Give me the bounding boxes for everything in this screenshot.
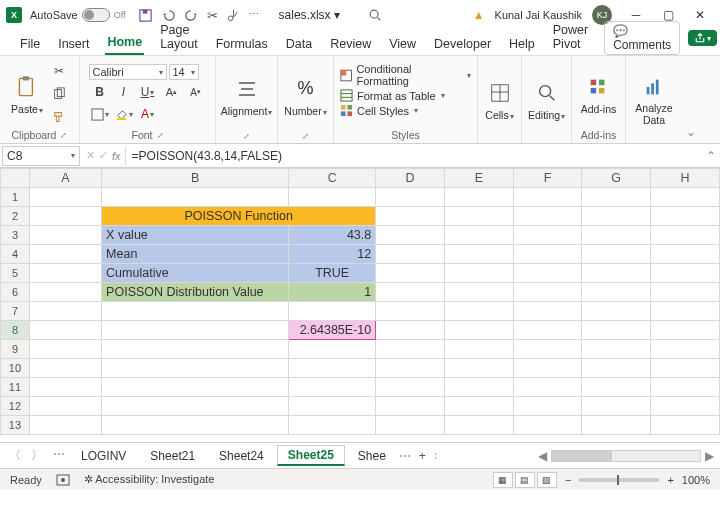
tab-review[interactable]: Review bbox=[328, 37, 373, 55]
touch-icon[interactable] bbox=[226, 8, 241, 23]
cancel-formula-icon[interactable]: ✕ bbox=[86, 149, 95, 162]
sheet-tab[interactable]: LOGINV bbox=[70, 446, 137, 466]
user-name[interactable]: Kunal Jai Kaushik bbox=[495, 9, 582, 21]
fill-color-button[interactable]: ▾ bbox=[113, 104, 135, 124]
more-commands-icon[interactable]: ⋯ bbox=[249, 8, 259, 23]
col-header-d[interactable]: D bbox=[376, 169, 445, 188]
more-tabs-icon[interactable]: ⋯ bbox=[399, 449, 411, 463]
row-header[interactable]: 8 bbox=[1, 321, 30, 340]
font-color-button[interactable]: A▾ bbox=[137, 104, 159, 124]
cell[interactable]: 43.8 bbox=[289, 226, 376, 245]
row-header[interactable]: 1 bbox=[1, 188, 30, 207]
cell[interactable]: TRUE bbox=[289, 264, 376, 283]
active-cell[interactable]: 2.64385E-10 bbox=[289, 321, 376, 340]
font-expand-icon[interactable]: ⤢ bbox=[157, 131, 164, 140]
normal-view-button[interactable]: ▦ bbox=[493, 472, 513, 488]
cell[interactable]: POISSON Function bbox=[102, 207, 376, 226]
collapse-ribbon-icon[interactable]: ⌄ bbox=[682, 56, 700, 143]
zoom-level[interactable]: 100% bbox=[682, 474, 710, 486]
worksheet-grid[interactable]: A B C D E F G H 1 2POISSON Function 3X v… bbox=[0, 168, 720, 442]
cut-button[interactable]: ✂ bbox=[48, 61, 70, 81]
row-header[interactable]: 3 bbox=[1, 226, 30, 245]
analyze-data-button[interactable]: Analyze Data bbox=[632, 71, 676, 128]
row-header[interactable]: 10 bbox=[1, 359, 30, 378]
copy-button[interactable] bbox=[48, 84, 70, 104]
col-header-a[interactable]: A bbox=[29, 169, 101, 188]
font-name-combo[interactable]: Calibri▾ bbox=[89, 64, 167, 80]
paste-button[interactable]: Paste▾ bbox=[9, 71, 45, 117]
italic-button[interactable]: I bbox=[113, 82, 135, 102]
toggle-icon[interactable] bbox=[82, 8, 110, 22]
cell-styles-button[interactable]: Cell Styles▾ bbox=[340, 104, 418, 117]
row-header[interactable]: 7 bbox=[1, 302, 30, 321]
cell[interactable]: Cumulative bbox=[102, 264, 289, 283]
select-all-corner[interactable] bbox=[1, 169, 30, 188]
redo-icon[interactable] bbox=[184, 8, 199, 23]
zoom-in-button[interactable]: + bbox=[667, 474, 673, 486]
cells-button[interactable]: Cells▾ bbox=[483, 77, 515, 123]
decrease-font-icon[interactable]: A▾ bbox=[185, 82, 207, 102]
tab-nav-prev-icon[interactable]: 〈 bbox=[6, 447, 24, 464]
zoom-slider[interactable] bbox=[579, 478, 659, 482]
col-header-g[interactable]: G bbox=[582, 169, 651, 188]
filename[interactable]: sales.xlsx ▾ bbox=[279, 8, 340, 22]
row-header[interactable]: 13 bbox=[1, 416, 30, 435]
row-header[interactable]: 9 bbox=[1, 340, 30, 359]
row-header[interactable]: 11 bbox=[1, 378, 30, 397]
tab-file[interactable]: File bbox=[18, 37, 42, 55]
enter-formula-icon[interactable]: ✓ bbox=[99, 149, 108, 162]
increase-font-icon[interactable]: A▴ bbox=[161, 82, 183, 102]
row-header[interactable]: 4 bbox=[1, 245, 30, 264]
macro-record-icon[interactable] bbox=[56, 473, 70, 487]
tab-help[interactable]: Help bbox=[507, 37, 537, 55]
cell[interactable]: POISSON Distribution Value bbox=[102, 283, 289, 302]
save-icon[interactable] bbox=[138, 8, 153, 23]
tab-insert[interactable]: Insert bbox=[56, 37, 91, 55]
number-expand-icon[interactable]: ⤢ bbox=[302, 132, 309, 141]
clipboard-expand-icon[interactable]: ⤢ bbox=[60, 131, 67, 140]
bold-button[interactable]: B bbox=[89, 82, 111, 102]
tab-view[interactable]: View bbox=[387, 37, 418, 55]
formula-input[interactable]: =POISSON(43.8,14,FALSE) bbox=[126, 149, 702, 163]
underline-button[interactable]: U▾ bbox=[137, 82, 159, 102]
row-header[interactable]: 2 bbox=[1, 207, 30, 226]
format-as-table-button[interactable]: Format as Table▾ bbox=[340, 89, 445, 102]
border-button[interactable]: ▾ bbox=[89, 104, 111, 124]
undo-icon[interactable] bbox=[161, 8, 176, 23]
tab-home[interactable]: Home bbox=[105, 35, 144, 55]
zoom-out-button[interactable]: − bbox=[565, 474, 571, 486]
sheet-tab-active[interactable]: Sheet25 bbox=[277, 445, 345, 466]
alignment-expand-icon[interactable]: ⤢ bbox=[243, 132, 250, 141]
tab-nav-more-icon[interactable]: ⋯ bbox=[50, 447, 68, 464]
accessibility-status[interactable]: ✲ Accessibility: Investigate bbox=[84, 473, 215, 486]
name-box[interactable]: C8▾ bbox=[2, 146, 80, 166]
page-layout-view-button[interactable]: ▤ bbox=[515, 472, 535, 488]
cell[interactable]: 12 bbox=[289, 245, 376, 264]
font-size-combo[interactable]: 14▾ bbox=[169, 64, 199, 80]
format-painter-button[interactable] bbox=[48, 107, 70, 127]
col-header-c[interactable]: C bbox=[289, 169, 376, 188]
tab-formulas[interactable]: Formulas bbox=[214, 37, 270, 55]
cut-icon[interactable]: ✂ bbox=[207, 8, 218, 23]
col-header-e[interactable]: E bbox=[445, 169, 514, 188]
col-header-b[interactable]: B bbox=[102, 169, 289, 188]
sheet-tab[interactable]: Shee bbox=[347, 446, 397, 466]
tab-page-layout[interactable]: Page Layout bbox=[158, 23, 200, 55]
col-header-h[interactable]: H bbox=[651, 169, 720, 188]
sheet-tab[interactable]: Sheet24 bbox=[208, 446, 275, 466]
row-header[interactable]: 5 bbox=[1, 264, 30, 283]
sheet-tab[interactable]: Sheet21 bbox=[139, 446, 206, 466]
tab-developer[interactable]: Developer bbox=[432, 37, 493, 55]
warning-icon[interactable]: ▲ bbox=[473, 8, 485, 22]
col-header-f[interactable]: F bbox=[513, 169, 582, 188]
cell[interactable]: Mean bbox=[102, 245, 289, 264]
cell[interactable]: X value bbox=[102, 226, 289, 245]
row-header[interactable]: 12 bbox=[1, 397, 30, 416]
editing-button[interactable]: Editing▾ bbox=[526, 77, 567, 123]
row-header[interactable]: 6 bbox=[1, 283, 30, 302]
cell[interactable]: 1 bbox=[289, 283, 376, 302]
page-break-view-button[interactable]: ▧ bbox=[537, 472, 557, 488]
tab-nav-next-icon[interactable]: 〉 bbox=[28, 447, 46, 464]
comments-button[interactable]: 💬 Comments bbox=[604, 21, 680, 55]
scroll-right-icon[interactable]: ▶ bbox=[705, 449, 714, 463]
